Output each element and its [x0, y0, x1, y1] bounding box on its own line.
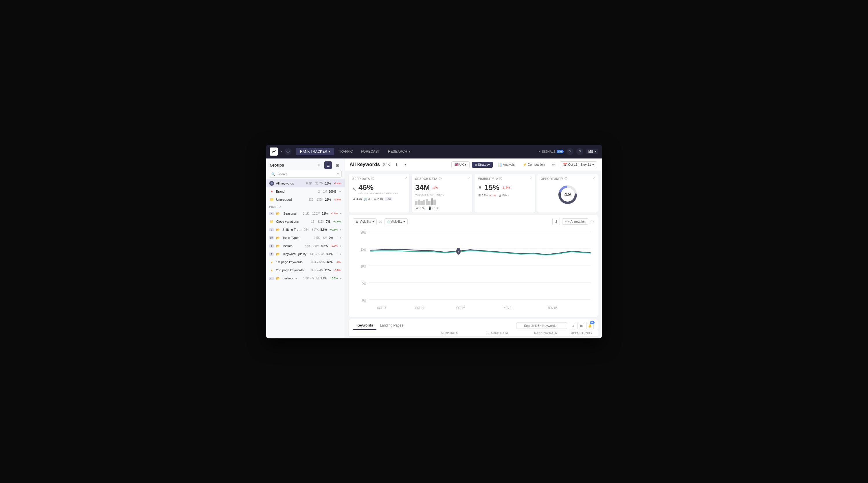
table-types-range: 1.5K – 5M — [314, 236, 327, 239]
signals-button[interactable]: 〜 SIGNALS 125 — [537, 149, 564, 154]
sidebar-item-seasonal[interactable]: 3 📂 .Seasonal 2.1K – 10.2M 21% -0.7% ▸ — [266, 210, 345, 218]
ungrouped-change: -1.6% — [333, 198, 342, 201]
shifting-trends-range: 254 – 807K — [304, 228, 318, 231]
visibility-expand-icon[interactable]: ⤢ — [530, 176, 533, 180]
settings-button[interactable]: ⚙ — [576, 148, 583, 155]
logo-dropdown-arrow[interactable]: ▾ — [281, 150, 282, 153]
vis-other-pct: 0% — [503, 194, 507, 197]
strategy-tab-button[interactable]: ◈ Strategy — [472, 162, 493, 168]
visibility-info-icon[interactable]: ⓘ — [499, 177, 502, 181]
serp-data-info-icon[interactable]: ⓘ — [371, 177, 374, 181]
sidebar-item-issues[interactable]: 2 📂 .Issues 430 – 2.8M 4.2% -0.3% ▸ — [266, 242, 345, 250]
opportunity-info-icon[interactable]: ⓘ — [564, 177, 568, 181]
mobile-pct: 81% — [433, 206, 438, 210]
tab-keywords[interactable]: Keywords — [353, 322, 376, 330]
search-data-expand-icon[interactable]: ⤢ — [467, 176, 470, 180]
filter-button[interactable]: ⊟ — [569, 322, 576, 329]
serp-data-expand-icon[interactable]: ⤢ — [404, 176, 407, 180]
help-button[interactable]: ? — [566, 148, 574, 155]
nav-tabs: RANK TRACKER ▾ TRAFFIC FORECAST RESEARCH… — [296, 148, 414, 155]
issues-expand-arrow[interactable]: ▸ — [340, 245, 342, 247]
filter-icon[interactable]: ⊞ — [337, 172, 339, 176]
search-volume: 34M — [415, 183, 430, 192]
sidebar-item-keyword-quality[interactable]: 2 📂 .Keyword Quality 441 – 504K 0.1% – ▸ — [266, 250, 345, 258]
1st-page-change: -3% — [335, 260, 342, 264]
sidebar-item-brand[interactable]: ♥ Brand 2 – 1M 100% – — [266, 187, 345, 195]
table-types-expand-arrow[interactable]: ▸ — [340, 236, 342, 239]
shifting-trends-folder-icon: 📂 — [275, 227, 281, 232]
nav-tab-forecast[interactable]: FORECAST — [357, 148, 384, 155]
list-view-icon[interactable]: ☰ — [324, 161, 332, 169]
table-types-badge: 10 — [269, 236, 274, 239]
nav-tab-traffic[interactable]: TRAFFIC — [334, 148, 357, 155]
close-variations-pct: 7% — [326, 220, 331, 223]
serp-sub-label: CLICKS ON ORGANIC RESULTS — [359, 192, 398, 195]
shifting-trends-expand-arrow[interactable]: ▸ — [340, 228, 342, 231]
search-data-main: 34M -1% — [415, 183, 469, 192]
sidebar-item-1st-page[interactable]: ★ 1st page keywords 383 – 6.9M 60% -3% — [266, 258, 345, 266]
issues-range: 430 – 2.8M — [305, 245, 319, 248]
sidebar-search-input[interactable] — [269, 171, 342, 178]
svg-text:NOV 01: NOV 01 — [504, 306, 513, 310]
header-icons: ⬇ ▾ — [393, 161, 409, 168]
analysis-tab-button[interactable]: 📊 Analysis — [495, 162, 518, 168]
sidebar-item-table-types[interactable]: 10 📂 Table Types 1.5K – 5M 0% – ▸ — [266, 234, 345, 242]
vs-label: vs — [379, 220, 382, 223]
visibility-dropdown-2[interactable]: ⬡ Visibility ▾ — [384, 218, 408, 225]
strategy-icon: ◈ — [475, 163, 477, 167]
chart-download-button[interactable]: ⬇ — [552, 218, 560, 225]
chart-info-icon[interactable]: ⓘ — [591, 220, 594, 224]
opportunity-expand-icon[interactable]: ⤢ — [593, 176, 595, 180]
edit-button[interactable]: ✏ — [550, 161, 558, 168]
all-keywords-change: -1.4% — [333, 182, 342, 185]
col-header-opportunity: OPPORTUNITY — [570, 331, 594, 334]
tab-landing-pages[interactable]: Landing Pages — [376, 322, 406, 330]
bedrooms-expand-arrow[interactable]: ▸ — [340, 277, 342, 280]
search-bar-area — [415, 197, 469, 205]
info-button[interactable]: ⓘ — [284, 148, 291, 155]
bottom-col-headers: SERP DATA SEARCH DATA RANKING DATA OPPOR… — [349, 330, 598, 336]
table-types-folder-icon: 📂 — [275, 235, 281, 240]
sidebar-item-2nd-page[interactable]: ★ 2nd page keywords 332 – 4M 20% -3.8% — [266, 266, 345, 274]
nav-tab-research[interactable]: RESEARCH ▾ — [384, 148, 414, 155]
chart-controls: 🖥 Visibility ▾ vs ⬡ Visibility ▾ ⬇ + — [349, 215, 598, 227]
sidebar-item-close-variations[interactable]: 📁 Close variations 19 – 319K 7% +2.9% — [266, 218, 345, 226]
nav-tab-rank-tracker-arrow: ▾ — [329, 150, 330, 154]
brand-pct: 100% — [329, 190, 337, 193]
date-range-selector[interactable]: 📅 Oct 11 – Nov 11 ▾ — [560, 161, 597, 168]
region-selector[interactable]: 🇬🇧 UK ▾ — [452, 161, 470, 168]
opportunity-donut: 4.9 — [558, 185, 578, 205]
sidebar-item-bedrooms[interactable]: 21 📂 Bedrooms 1.3K – 5.6M 1.4% +0.6% ▸ — [266, 274, 345, 282]
seasonal-expand-arrow[interactable]: ▸ — [340, 212, 342, 215]
ungrouped-pct: 22% — [325, 198, 331, 201]
col-header-ranking-data: RANKING DATA — [521, 331, 569, 334]
region-flag-icon: 🇬🇧 — [455, 163, 459, 167]
keyword-quality-expand-arrow[interactable]: ▸ — [340, 253, 342, 255]
visibility-settings-icon[interactable]: ⚙ — [495, 177, 498, 181]
grid-view-icon[interactable]: ⊞ — [334, 161, 341, 169]
visibility-dropdown-1[interactable]: 🖥 Visibility ▾ — [353, 218, 377, 225]
user-menu-button[interactable]: MS ▾ — [586, 149, 599, 154]
bottom-action-icons: ⊟ ⊞ 🔔 1K — [569, 322, 594, 329]
download-data-icon[interactable]: ⬇ — [393, 161, 400, 168]
alerts-button[interactable]: 🔔 1K — [586, 322, 594, 329]
search-data-info-icon[interactable]: ⓘ — [439, 177, 442, 181]
nav-tab-rank-tracker[interactable]: RANK TRACKER ▾ — [296, 148, 334, 155]
keywords-search-input[interactable] — [516, 322, 567, 329]
brand-range: 2 – 1M — [318, 190, 327, 193]
logo-icon[interactable] — [270, 148, 278, 156]
sidebar-item-ungrouped[interactable]: 📁 Ungrouped 839 – 139K 22% -1.6% — [266, 195, 345, 204]
columns-button[interactable]: ⊞ — [578, 322, 585, 329]
download-icon[interactable]: ⬇ — [315, 161, 322, 169]
competition-tab-button[interactable]: ⚡ Competition — [520, 162, 548, 168]
sidebar-item-all-keywords[interactable]: All keywords 6.4K – 33.7M 15% -1.4% — [266, 179, 345, 187]
header-dropdown-icon[interactable]: ▾ — [402, 161, 409, 168]
strategy-label: Strategy — [478, 163, 490, 166]
annotation-button[interactable]: + + Annotation — [562, 218, 588, 225]
sidebar-item-shifting-trends[interactable]: 2 📂 Shifting Trends 254 – 807K 5.3% +0.1… — [266, 226, 345, 234]
bedrooms-badge: 21 — [269, 277, 274, 280]
serp-more-button[interactable]: +10 — [385, 197, 392, 201]
2nd-page-star-icon: ★ — [269, 267, 274, 273]
vis-dropdown-2-label: Visibility — [391, 220, 402, 223]
mobile-icon: 📱 — [428, 206, 431, 210]
